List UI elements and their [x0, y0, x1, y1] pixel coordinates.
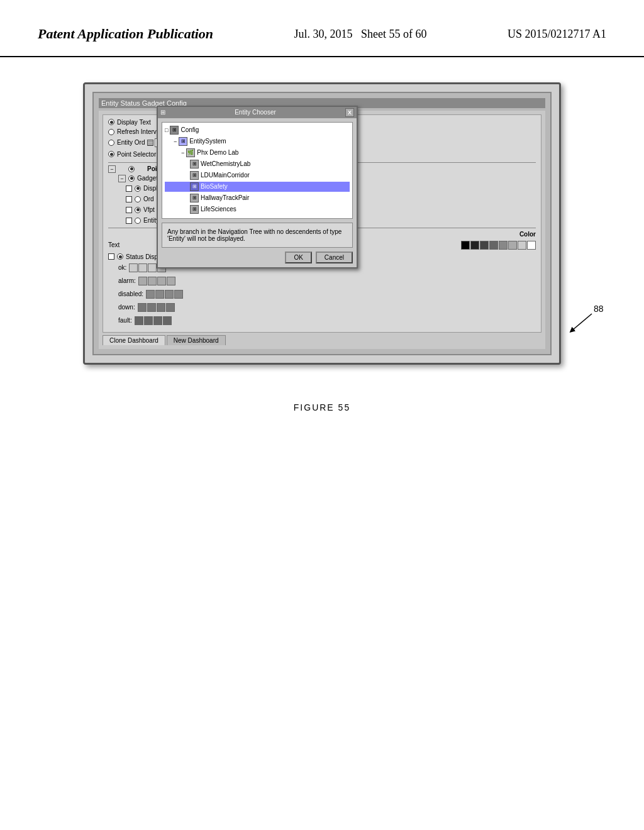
popup-body: □ ⊞ Config − ⊞ EntitySystem — [158, 118, 357, 267]
ord-checkbox[interactable] — [126, 196, 132, 202]
entity-ord-label: Entity Ord — [117, 139, 145, 146]
phx-demo-icon: 🌿 — [186, 148, 195, 157]
figure-label: FIGURE 55 — [0, 402, 644, 412]
text-color-grid — [461, 241, 536, 250]
tab-bar: Clone Dashboard New Dashboard — [103, 335, 541, 345]
color-cell-3[interactable] — [480, 241, 489, 250]
screen-inner: Entity Status Gadget Config Display Text — [92, 92, 552, 355]
point-selector-label: Point Selector — [117, 151, 156, 158]
down-color-grid — [138, 303, 175, 312]
alarm-label: alarm: — [118, 277, 136, 284]
point-list-radio[interactable] — [128, 166, 135, 172]
cancel-button[interactable]: Cancel — [316, 252, 353, 263]
fault-row: fault: — [108, 315, 536, 326]
main-content: Entity Status Gadget Config Display Text — [0, 57, 644, 390]
patent-title: Patent Application Publication — [38, 25, 213, 43]
ldu-icon: ⊞ — [190, 171, 199, 180]
disabled-row: disabled: — [108, 289, 536, 300]
disabled-label: disabled: — [118, 290, 143, 297]
entity-checkbox[interactable] — [126, 218, 132, 224]
text-label: Text — [108, 241, 119, 248]
tree-item-phx-demo: − 🌿 Phx Demo Lab — [165, 148, 350, 158]
info-line-2: 'Entity' will not be displayed. — [167, 235, 347, 242]
entity-ord-radio[interactable] — [108, 140, 114, 146]
status-checkbox[interactable] — [108, 253, 114, 260]
status-radio[interactable] — [117, 253, 123, 260]
display-name-radio[interactable] — [135, 185, 141, 192]
ok-label: ok: — [118, 264, 126, 271]
disabled-color-grid — [146, 290, 183, 299]
tree-item-wet-chem: ⊞ WetChemistryLab — [165, 159, 350, 169]
monitor-frame: Entity Status Gadget Config Display Text — [83, 82, 561, 365]
tab-new-dashboard[interactable]: New Dashboard — [167, 335, 226, 345]
color-cell-8[interactable] — [527, 241, 536, 250]
vfpt-checkbox[interactable] — [126, 207, 132, 213]
page-header: Patent Application Publication Jul. 30, … — [0, 0, 644, 57]
gadget-struct-radio[interactable] — [128, 175, 135, 182]
biosafety-icon: ⊞ — [190, 182, 199, 191]
popup-tree: □ ⊞ Config − ⊞ EntitySystem — [162, 122, 353, 219]
popup-titlebar: ⊞ Entity Chooser X — [158, 107, 357, 118]
ord-label: Ord — [143, 196, 154, 202]
color-cell-1[interactable] — [461, 241, 470, 250]
entity-system-tree-icon: ⊞ — [179, 137, 187, 146]
tab-clone-dashboard[interactable]: Clone Dashboard — [103, 335, 165, 345]
annotation-88: 88 — [559, 302, 609, 343]
refresh-interval-label: Refresh Interval — [117, 128, 162, 135]
ord-radio[interactable] — [135, 196, 141, 202]
svg-text:88: 88 — [594, 304, 604, 314]
tree-item-hallway: ⊞ HallwayTrackPair — [165, 193, 350, 203]
gadget-struct-expand[interactable]: − — [118, 175, 126, 182]
svg-line-3 — [572, 314, 592, 331]
tree-item-config: □ ⊞ Config — [165, 125, 350, 135]
refresh-interval-radio[interactable] — [108, 129, 114, 135]
alarm-color-grid — [138, 277, 175, 285]
ok-button[interactable]: OK — [285, 252, 311, 263]
entity-ord-icon — [147, 140, 153, 146]
color-label: Color — [519, 231, 536, 238]
monitor-container: Entity Status Gadget Config Display Text — [83, 82, 561, 365]
point-selector-radio[interactable] — [108, 151, 114, 157]
entity-chooser-popup: ⊞ Entity Chooser X □ ⊞ Confi — [157, 106, 358, 268]
color-cell-4[interactable] — [489, 241, 498, 250]
point-list-expand[interactable]: − — [108, 165, 116, 173]
pub-date: Jul. 30, 2015 Sheet 55 of 60 — [294, 25, 427, 41]
fault-color-grid — [135, 316, 172, 325]
color-cell-5[interactable] — [499, 241, 508, 250]
down-row: down: — [108, 302, 536, 313]
popup-title-text: Entity Chooser — [235, 109, 276, 116]
vfpt-radio[interactable] — [135, 207, 141, 213]
color-cell-2[interactable] — [470, 241, 479, 250]
config-tree-icon: ⊞ — [170, 126, 179, 135]
tree-item-ldu: ⊞ LDUMainCorridor — [165, 170, 350, 180]
wet-chem-icon: ⊞ — [190, 160, 199, 169]
tree-item-life-sciences: ⊞ LifeSciences — [165, 204, 350, 214]
popup-close-button[interactable]: X — [345, 108, 354, 117]
fault-label: fault: — [118, 317, 132, 324]
popup-title-icon: ⊞ — [160, 109, 165, 116]
display-text-radio[interactable] — [108, 119, 114, 125]
tree-item-entity-system: − ⊞ EntitySystem — [165, 136, 350, 147]
entity-radio[interactable] — [135, 218, 141, 224]
alarm-row: alarm: — [108, 275, 536, 287]
color-cell-7[interactable] — [518, 241, 526, 250]
popup-button-row: OK Cancel — [162, 252, 353, 263]
patent-number: US 2015/0212717 A1 — [508, 25, 606, 41]
tree-item-biosafety[interactable]: ⊞ BioSafety — [165, 182, 350, 192]
app-body: Display Text Refresh Interval Entity Ord — [99, 111, 545, 349]
down-label: down: — [118, 304, 135, 311]
color-cell-6[interactable] — [508, 241, 517, 250]
info-line-1: Any branch in the Navigation Tree with n… — [167, 228, 347, 235]
vfpt-label: Vfpt — [143, 206, 155, 213]
life-sciences-icon: ⊞ — [190, 205, 199, 214]
display-name-checkbox[interactable] — [126, 185, 132, 192]
display-text-label: Display Text — [117, 119, 151, 126]
info-message-box: Any branch in the Navigation Tree with n… — [162, 223, 353, 248]
hallway-icon: ⊞ — [190, 194, 199, 202]
